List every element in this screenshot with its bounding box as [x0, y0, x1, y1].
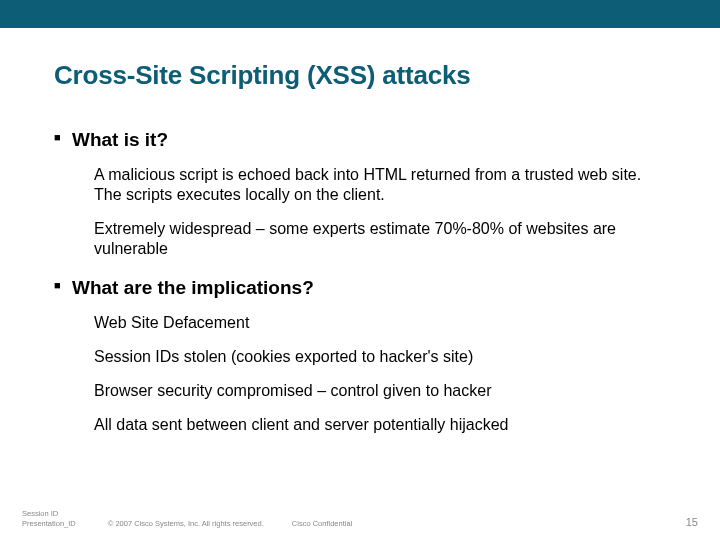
bullet-point: Session IDs stolen (cookies exported to … [94, 347, 654, 367]
slide-content: Cross-Site Scripting (XSS) attacks What … [0, 28, 720, 435]
section-implications: What are the implications? Web Site Defa… [54, 277, 666, 435]
footer-confidential: Cisco Confidential [292, 519, 352, 528]
bullet-point: All data sent between client and server … [94, 415, 654, 435]
section-heading: What are the implications? [54, 277, 666, 299]
section-heading: What is it? [54, 129, 666, 151]
top-accent-bar [0, 0, 720, 28]
footer-session-id: Session ID [22, 509, 76, 518]
slide: Cross-Site Scripting (XSS) attacks What … [0, 0, 720, 540]
footer-copyright: © 2007 Cisco Systems, Inc. All rights re… [108, 519, 264, 528]
slide-footer: Session ID Presentation_ID © 2007 Cisco … [0, 509, 720, 528]
footer-presentation-id: Presentation_ID [22, 519, 76, 528]
footer-left-block: Session ID Presentation_ID [22, 509, 76, 528]
page-number: 15 [686, 516, 698, 528]
bullet-point: Web Site Defacement [94, 313, 654, 333]
slide-title: Cross-Site Scripting (XSS) attacks [54, 60, 666, 91]
bullet-point: Browser security compromised – control g… [94, 381, 654, 401]
bullet-point: Extremely widespread – some experts esti… [94, 219, 654, 259]
section-what-is-it: What is it? A malicious script is echoed… [54, 129, 666, 259]
bullet-point: A malicious script is echoed back into H… [94, 165, 654, 205]
